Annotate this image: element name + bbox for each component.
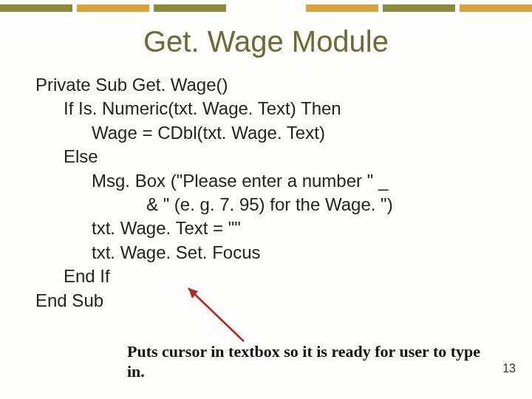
code-block: Private Sub Get. Wage() If Is. Numeric(t… [35,73,497,313]
bar [77,4,149,12]
bar [154,4,226,12]
bar [460,4,532,12]
code-line: Else [35,145,497,168]
annotation-text: Puts cursor in textbox so it is ready fo… [127,342,482,381]
decorative-top-bars [0,0,532,12]
code-line: Msg. Box ("Please enter a number " _ [35,169,497,193]
slide-title: Get. Wage Module [0,25,532,58]
code-line: Wage = CDbl(txt. Wage. Text) [35,121,497,145]
bar [306,4,378,12]
code-line: If Is. Numeric(txt. Wage. Text) Then [35,97,497,120]
code-line: txt. Wage. Text = "" [35,216,497,240]
code-line: Private Sub Get. Wage() [35,73,497,97]
bar-group-right [306,4,532,12]
bar [383,4,455,12]
code-line: End If [35,265,497,288]
code-line: txt. Wage. Set. Focus [35,241,497,265]
code-line: End Sub [35,289,497,313]
bar [0,4,72,12]
page-number: 13 [502,362,516,375]
code-line: & " (e. g. 7. 95) for the Wage. ") [35,193,497,216]
bar-group-left [0,4,226,12]
